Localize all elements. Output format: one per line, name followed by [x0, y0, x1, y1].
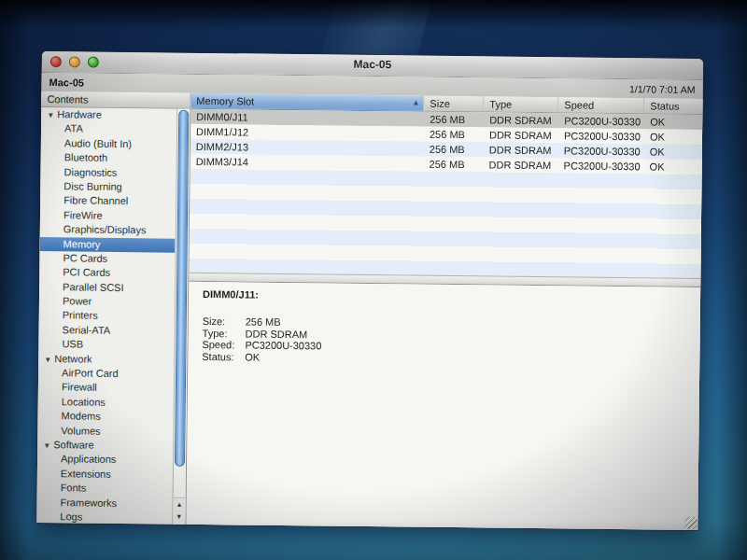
column-header-size[interactable]: Size: [424, 96, 484, 113]
sidebar-item-label: Hardware: [57, 108, 102, 120]
sidebar-item-extensions[interactable]: Extensions: [37, 467, 173, 483]
sidebar-item-label: Applications: [61, 454, 116, 466]
sidebar-item-label: Logs: [60, 511, 82, 522]
sidebar-group-software[interactable]: ▼Software: [37, 438, 173, 454]
sidebar-scrollbar-thumb[interactable]: [175, 110, 189, 467]
sidebar-item-applications[interactable]: Applications: [37, 452, 173, 468]
cell-size: 256 MB: [424, 127, 484, 143]
cell-type: DDR SDRAM: [484, 142, 558, 158]
desktop-background: Mac-05 Mac-05 1/1/70 7:01 AM Contents ▼H…: [0, 0, 747, 560]
detail-fields: Size:256 MBType:DDR SDRAMSpeed:PC3200U-3…: [202, 315, 700, 368]
field-label: Size:: [203, 315, 246, 328]
sidebar-item-label: Frameworks: [60, 497, 117, 509]
sidebar-item-label: AirPort Card: [62, 367, 119, 379]
sidebar-item-label: PC Cards: [63, 252, 107, 264]
sidebar-item-printers[interactable]: Printers: [39, 308, 175, 324]
sidebar-item-frameworks[interactable]: Frameworks: [36, 496, 172, 511]
zoom-button[interactable]: [88, 57, 99, 68]
sidebar-item-logs[interactable]: Logs: [36, 510, 172, 525]
cell-status: OK: [644, 159, 702, 175]
sidebar-item-label: Bluetooth: [64, 151, 108, 163]
column-header-type[interactable]: Type: [484, 96, 558, 113]
sidebar-item-label: Memory: [63, 238, 101, 249]
sidebar-item-ata[interactable]: ATA: [41, 121, 176, 137]
sidebar-item-airport-card[interactable]: AirPort Card: [38, 366, 174, 382]
sidebar-item-parallel-scsi[interactable]: Parallel SCSI: [39, 280, 175, 296]
column-header-speed[interactable]: Speed: [558, 97, 644, 114]
cell-type: DDR SDRAM: [484, 157, 558, 173]
field-label: Status:: [202, 350, 245, 362]
sidebar-item-pci-cards[interactable]: PCI Cards: [39, 265, 175, 281]
sidebar-item-label: Printers: [63, 310, 98, 321]
sidebar-item-fonts[interactable]: Fonts: [37, 481, 173, 497]
scroll-up-icon[interactable]: ▲: [173, 497, 185, 511]
sidebar-group-network[interactable]: ▼Network: [38, 352, 174, 368]
cell-speed: PC3200U-30330: [558, 158, 644, 174]
sidebar-item-label: Power: [63, 295, 92, 306]
profile-datetime: 1/1/70 7:01 AM: [629, 83, 696, 95]
cell-speed: PC3200U-30330: [558, 143, 644, 159]
sidebar-item-label: ATA: [64, 123, 83, 134]
field-value: 256 MB: [246, 315, 281, 328]
contents-header[interactable]: Contents: [41, 91, 190, 109]
scroll-down-icon[interactable]: ▼: [173, 511, 185, 523]
memory-pane: Memory Slot ▲ Size Type Speed Status DIM…: [186, 93, 702, 530]
contents-tree: ▼HardwareATAAudio (Built In)BluetoothDia…: [36, 107, 176, 525]
machine-name: Mac-05: [49, 77, 84, 88]
cell-status: OK: [644, 144, 702, 160]
sidebar-item-firewire[interactable]: FireWire: [40, 208, 176, 224]
cell-status: OK: [644, 114, 702, 130]
minimize-button[interactable]: [69, 56, 80, 67]
cell-size: 256 MB: [424, 157, 484, 173]
sidebar-item-audio-built-in[interactable]: Audio (Built In): [41, 136, 176, 152]
sidebar-item-label: Network: [54, 353, 92, 364]
sidebar-item-volumes[interactable]: Volumes: [37, 424, 173, 440]
sidebar-item-label: USB: [62, 339, 83, 350]
sidebar-item-diagnostics[interactable]: Diagnostics: [40, 165, 176, 181]
sidebar-item-memory[interactable]: Memory: [40, 237, 176, 253]
sidebar-item-locations[interactable]: Locations: [38, 395, 174, 411]
cell-size: 256 MB: [424, 112, 484, 128]
field-label: Speed:: [202, 339, 245, 351]
sidebar-item-label: Volumes: [61, 425, 100, 436]
disclosure-triangle-icon[interactable]: ▼: [43, 439, 53, 454]
column-header-status[interactable]: Status: [644, 98, 702, 115]
sidebar-item-label: Fonts: [61, 482, 87, 493]
field-label: Type:: [203, 327, 246, 339]
sidebar-item-firewall[interactable]: Firewall: [38, 380, 174, 396]
sidebar-item-label: Fibre Channel: [63, 195, 128, 207]
sidebar-item-power[interactable]: Power: [39, 294, 175, 310]
sidebar-item-disc-burning[interactable]: Disc Burning: [40, 179, 176, 195]
window-content: Contents ▼HardwareATAAudio (Built In)Blu…: [36, 91, 702, 530]
sidebar-item-label: Extensions: [61, 468, 111, 480]
field-value: PC3200U-30330: [245, 339, 321, 351]
sidebar-item-label: Serial-ATA: [63, 324, 111, 336]
memory-table-rows: DIMM0/J11256 MBDDR SDRAMPC3200U-30330OKD…: [190, 109, 703, 175]
sidebar-item-serial-ata[interactable]: Serial-ATA: [39, 323, 175, 339]
sidebar-item-graphics-displays[interactable]: Graphics/Displays: [40, 222, 176, 238]
sidebar-group-hardware[interactable]: ▼Hardware: [41, 107, 176, 123]
field-value: OK: [245, 351, 260, 363]
sidebar-item-modems[interactable]: Modems: [37, 409, 173, 425]
sidebar-item-label: Audio (Built In): [64, 137, 132, 149]
sidebar-item-label: FireWire: [63, 209, 103, 220]
close-button[interactable]: [50, 56, 62, 67]
sidebar-item-bluetooth[interactable]: Bluetooth: [41, 150, 176, 166]
sidebar-item-label: PCI Cards: [63, 267, 110, 279]
resize-grip[interactable]: [684, 517, 697, 529]
cell-type: DDR SDRAM: [484, 127, 558, 143]
cell-type: DDR SDRAM: [484, 112, 558, 128]
disclosure-triangle-icon[interactable]: ▼: [44, 353, 54, 368]
sidebar-item-label: Modems: [62, 410, 101, 421]
sidebar-item-usb[interactable]: USB: [38, 337, 174, 353]
sidebar-item-fibre-channel[interactable]: Fibre Channel: [40, 193, 176, 209]
contents-sidebar: Contents ▼HardwareATAAudio (Built In)Blu…: [36, 91, 190, 525]
disclosure-triangle-icon[interactable]: ▼: [47, 108, 57, 123]
cell-size: 256 MB: [424, 142, 484, 158]
sidebar-item-pc-cards[interactable]: PC Cards: [39, 251, 175, 267]
sidebar-item-label: Firewall: [62, 382, 97, 393]
sort-ascending-icon: ▲: [412, 96, 419, 111]
sidebar-item-label: Disc Burning: [63, 180, 121, 192]
cell-status: OK: [644, 129, 702, 145]
detail-title: DIMM0/J11:: [203, 288, 700, 305]
